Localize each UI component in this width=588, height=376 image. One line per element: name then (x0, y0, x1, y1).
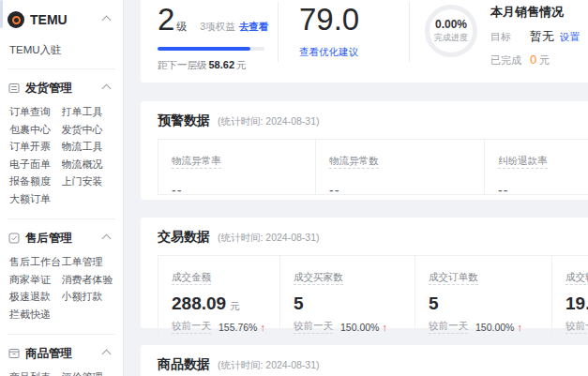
metric-label[interactable]: 成交买家数 (294, 271, 343, 285)
trade-metric-row: 成交金额 288.09 元 较前一天 155.76% ↑ 成交买家数 5 (158, 255, 588, 344)
compare-value: 150.00% (475, 322, 514, 333)
set-target-link[interactable]: 设置 (560, 31, 580, 44)
sidebar-section-shipping[interactable]: 发货管理 (8, 79, 115, 98)
sidebar-item[interactable]: 售后工作台 (8, 253, 62, 271)
done-label: 已完成 (490, 53, 530, 68)
goods-data-panel: 商品数据 (统计时间: 2024-08-31) (141, 345, 588, 376)
chevron-up-icon[interactable] (102, 233, 112, 243)
target-value: 暂无 (530, 28, 554, 45)
metric-label[interactable]: 成交转 (565, 271, 588, 285)
metric-value: -- (498, 183, 588, 198)
metric-value: -- (172, 183, 315, 198)
metric-value: 19. (565, 293, 588, 314)
panel-title: 商品数据 (158, 356, 210, 373)
trend-up-icon: ↑ (517, 322, 522, 333)
sidebar-item[interactable]: 电子面单 (8, 156, 62, 173)
check-circle-icon (8, 233, 20, 244)
compare-label[interactable]: 较前一天 (172, 320, 211, 334)
product-box-icon (8, 348, 20, 359)
warning-metric-row: 物流异常率 -- 物流异常数 -- 纠纷退款率 -- (158, 139, 588, 195)
sidebar-item[interactable]: 消费者体验 (62, 271, 116, 289)
compare-value: 155.76% (219, 322, 257, 333)
panel-stat-time: (统计时间: 2024-08-31) (218, 232, 320, 245)
sidebar-product-items: 商品列表 评价管理 发布新商品 价格管理 商品体检 商品素材 商品工具 机会商品 (8, 368, 115, 376)
shipping-list-icon (8, 83, 20, 94)
metric-box: 纠纷退款率 -- (485, 140, 588, 194)
sidebar-item[interactable]: 商家举证 (8, 271, 62, 289)
sidebar-item[interactable]: 物流工具 (62, 138, 116, 156)
sidebar-item[interactable]: 发货中心 (62, 121, 116, 139)
done-unit: 元 (539, 53, 550, 68)
sidebar-section-title: 商品管理 (25, 346, 103, 362)
metric-value: 5 (294, 293, 304, 314)
metric-box: 成交买家数 5 较前一天 150.00% ↑ (280, 256, 415, 343)
shop-score-value: 79.0 (299, 2, 409, 38)
next-level-amount: 58.62 (209, 59, 235, 70)
sidebar-item[interactable]: 物流概况 (62, 156, 116, 173)
sidebar-section-product[interactable]: 商品管理 (8, 344, 115, 363)
sidebar-shipping-items: 订单查询 打单工具 包裹中心 发货中心 订单开票 物流工具 电子面单 物流概况 … (8, 103, 115, 207)
sidebar-aftersale-items: 售后工作台 工单管理 商家举证 消费者体验 极速退款 小额打款 拦截快递 (8, 253, 115, 323)
sidebar-app-header[interactable]: TEMU (8, 9, 115, 30)
benefits-count: 3项权益 (200, 21, 234, 34)
shop-score-block: 79.0 查看优化建议 (279, 2, 409, 71)
divider (8, 334, 115, 335)
sidebar-item[interactable]: 订单开票 (8, 138, 62, 156)
compare-label[interactable]: 较前一 (565, 320, 588, 334)
metric-box: 物流异常率 -- (158, 140, 316, 194)
app-title: TEMU (30, 12, 103, 27)
divider (8, 218, 115, 219)
sidebar-item[interactable]: 订单查询 (8, 103, 62, 121)
chevron-up-icon[interactable] (102, 83, 112, 93)
compare-label[interactable]: 较前一天 (294, 320, 333, 334)
metric-value: 288.09 (172, 293, 226, 314)
metric-label[interactable]: 物流异常率 (172, 155, 221, 169)
panel-stat-time: (统计时间: 2024-08-31) (218, 115, 320, 128)
done-value: 0 (530, 53, 536, 67)
metric-label[interactable]: 成交金额 (172, 271, 211, 285)
dashboard-page: TEMU TEMU入驻 发货管理 订单查询 打单工具 包裹中心 发货中心 订单开… (0, 0, 588, 376)
sidebar-item[interactable]: 包裹中心 (8, 121, 62, 139)
compare-value: 150.00% (340, 322, 379, 333)
sidebar-item[interactable]: 极速退款 (8, 288, 62, 306)
level-unit: 级 (176, 20, 187, 34)
view-benefits-link[interactable]: 去查看 (239, 21, 269, 34)
level-progress-fill (158, 47, 250, 51)
sales-progress-value: 0.00% (435, 18, 467, 31)
sidebar-section-title: 售后管理 (25, 231, 103, 247)
next-level-hint: 距下一层级58.62元 (158, 59, 278, 72)
sidebar-section-aftersale[interactable]: 售后管理 (8, 229, 115, 248)
sidebar-item[interactable]: 上门安装 (62, 173, 116, 190)
sidebar-item[interactable]: 大额订单 (8, 190, 62, 208)
trade-data-panel: 交易数据 (统计时间: 2024-08-31) 成交金额 288.09 元 较前… (141, 218, 588, 328)
metric-label[interactable]: 成交订单数 (429, 271, 478, 285)
sidebar: TEMU TEMU入驻 发货管理 订单查询 打单工具 包裹中心 发货中心 订单开… (0, 0, 124, 376)
sidebar-item[interactable]: 小额打款 (62, 288, 116, 306)
view-optimization-link[interactable]: 查看优化建议 (299, 46, 358, 59)
divider (8, 68, 115, 69)
sidebar-item[interactable]: 打单工具 (62, 103, 116, 121)
chevron-up-icon[interactable] (102, 15, 112, 24)
seller-level-block: 2 级 3项权益 去查看 距下一层级58.62元 (158, 2, 278, 71)
compare-label[interactable]: 较前一天 (429, 320, 468, 334)
metric-unit: 元 (230, 300, 240, 313)
metric-label[interactable]: 纠纷退款率 (498, 155, 548, 169)
overview-card: 2 级 3项权益 去查看 距下一层级58.62元 79.0 查看优化建议 (141, 0, 588, 83)
sidebar-item[interactable]: 拦截快递 (8, 306, 62, 323)
sidebar-scrollbar-thumb[interactable] (0, 0, 3, 28)
sidebar-item[interactable]: 评价管理 (62, 368, 116, 376)
target-label: 目标 (490, 30, 530, 44)
metric-box-clipped: 成交转 19. 较前一 (552, 256, 588, 343)
sales-progress-ring: 0.00% 完成进度 (425, 5, 477, 57)
temu-logo-icon (8, 11, 24, 28)
metric-box: 成交订单数 5 较前一天 150.00% ↑ (415, 256, 552, 343)
sidebar-item[interactable]: 工单管理 (62, 253, 116, 271)
chevron-up-icon[interactable] (102, 349, 112, 358)
sales-progress-label: 完成进度 (434, 32, 468, 44)
sidebar-item[interactable]: 报备额度 (8, 173, 62, 190)
panel-title: 预警数据 (158, 113, 210, 129)
sidebar-item[interactable]: 商品列表 (8, 368, 62, 376)
metric-label[interactable]: 物流异常数 (329, 155, 379, 169)
monthly-sales-title: 本月销售情况 (490, 4, 580, 21)
sidebar-item-temu-entry[interactable]: TEMU入驻 (9, 43, 115, 57)
